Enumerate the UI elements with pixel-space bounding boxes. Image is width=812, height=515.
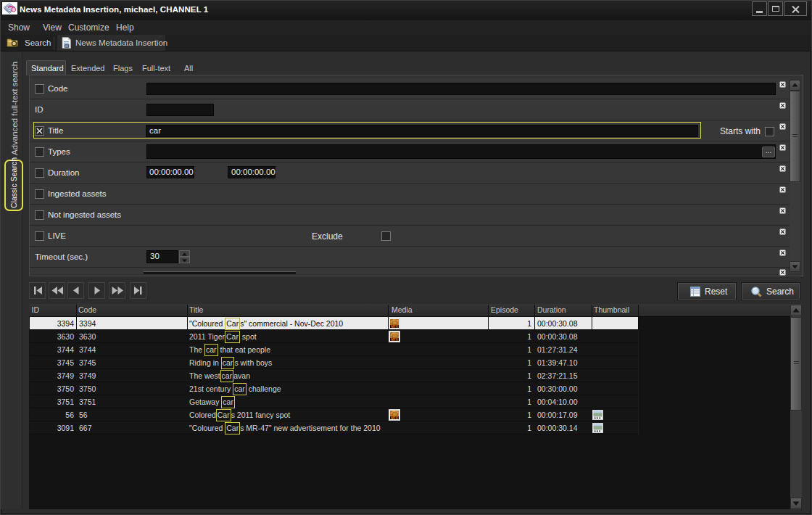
svg-text:MTX: MTX [391, 325, 398, 329]
svg-text:MTX: MTX [391, 416, 398, 420]
svg-text:MTX: MTX [391, 338, 398, 342]
